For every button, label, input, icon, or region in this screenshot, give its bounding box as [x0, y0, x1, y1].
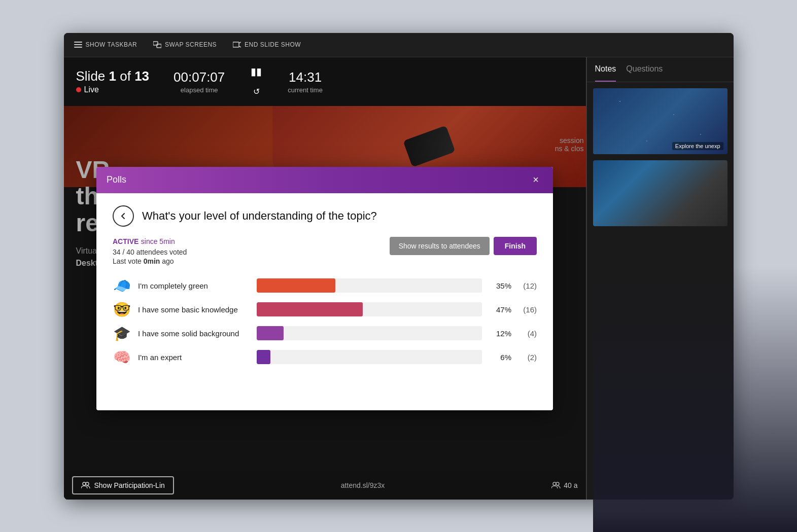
option-emoji-2: 🤓 — [113, 301, 131, 318]
svg-point-10 — [553, 482, 556, 485]
option-label-3: I have some solid background — [138, 329, 250, 338]
tab-questions[interactable]: Questions — [626, 57, 663, 82]
poll-options: 🧢 I'm completely green 35% (12) 🤓 I have… — [113, 277, 537, 366]
slide-thumbnail-2 — [593, 160, 727, 226]
back-button[interactable] — [113, 205, 134, 227]
option-emoji-3: 🎓 — [113, 325, 131, 342]
elapsed-label: elapsed time — [174, 86, 225, 94]
poll-option-1: 🧢 I'm completely green 35% (12) — [113, 277, 537, 294]
timer-controls: ▮▮ ↺ — [249, 64, 263, 99]
live-label: Live — [84, 85, 99, 94]
modal-body: What's your level of understanding of th… — [96, 193, 553, 410]
votes-text: 34 / 40 attendees voted — [113, 248, 187, 256]
svg-rect-5 — [233, 42, 239, 47]
taskbar-icon — [74, 41, 82, 49]
presenter-panel: Slide 1 of 13 Live 00:07:07 elapsed time… — [64, 57, 586, 500]
main-area: Slide 1 of 13 Live 00:07:07 elapsed time… — [64, 57, 734, 500]
last-vote-time: 0min — [144, 257, 160, 265]
attendee-count-text: 40 a — [564, 481, 577, 489]
current-time-value: 14:31 — [288, 69, 323, 85]
svg-point-8 — [83, 482, 86, 485]
back-arrow-icon — [119, 211, 128, 221]
app-window: SHOW TASKBAR SWAP SCREENS END SLIDE SHOW — [64, 33, 734, 500]
content-wrapper: VR — the n realit Virtual Reality on Des… — [64, 106, 586, 471]
poll-option-4: 🧠 I'm an expert 6% (2) — [113, 349, 537, 366]
swap-icon — [153, 41, 161, 49]
last-vote-suffix: ago — [160, 257, 174, 265]
poll-status-row: ACTIVE since 5min 34 / 40 attendees vote… — [113, 237, 537, 265]
option-pct-2: 47% — [489, 305, 511, 314]
reset-timer-button[interactable]: ↺ — [249, 85, 263, 99]
svg-point-9 — [86, 482, 89, 485]
option-label-1: I'm completely green — [138, 281, 250, 290]
option-pct-3: 12% — [489, 329, 511, 338]
url-display: attend.sl/9z3x — [341, 481, 385, 489]
option-count-4: (2) — [518, 353, 537, 362]
attendee-count: 40 a — [551, 481, 577, 489]
participation-button[interactable]: Show Participation-Lin — [72, 476, 174, 494]
option-bar-1 — [257, 278, 335, 293]
modal-close-button[interactable]: × — [529, 173, 543, 187]
question-text: What's your level of understanding of th… — [142, 209, 377, 223]
slide-number: 1 — [109, 68, 116, 84]
option-count-3: (4) — [518, 329, 537, 338]
option-pct-1: 35% — [489, 281, 511, 290]
show-taskbar-button[interactable]: SHOW TASKBAR — [74, 41, 137, 49]
option-emoji-1: 🧢 — [113, 277, 131, 294]
option-label-2: I have some basic knowledge — [138, 305, 250, 314]
slide-info: Slide 1 of 13 Live — [76, 68, 150, 94]
option-count-1: (12) — [518, 281, 537, 290]
pause-button[interactable]: ▮▮ — [249, 64, 263, 79]
current-time: 14:31 current time — [288, 69, 323, 94]
svg-point-11 — [556, 482, 559, 485]
modal-overlay: Polls × What's your — [64, 106, 586, 471]
option-emoji-4: 🧠 — [113, 349, 131, 366]
modal-header: Polls × — [96, 167, 553, 193]
slide-prefix: Slide — [76, 68, 109, 84]
option-bar-container-4 — [257, 350, 482, 364]
svg-rect-0 — [74, 42, 82, 43]
slide-header: Slide 1 of 13 Live 00:07:07 elapsed time… — [64, 57, 586, 106]
option-bar-container-3 — [257, 326, 482, 340]
slide-of: of — [116, 68, 134, 84]
live-dot — [76, 87, 81, 92]
active-badge: ACTIVE — [113, 237, 138, 245]
end-slide-show-label: END SLIDE SHOW — [245, 41, 301, 48]
last-vote-prefix: Last vote — [113, 257, 144, 265]
swap-screens-button[interactable]: SWAP SCREENS — [153, 41, 217, 49]
svg-rect-2 — [74, 47, 82, 48]
option-bar-container-2 — [257, 302, 482, 316]
swap-screens-label: SWAP SCREENS — [165, 41, 217, 48]
last-vote: Last vote 0min ago — [113, 257, 187, 265]
finish-button[interactable]: Finish — [494, 237, 537, 255]
option-label-4: I'm an expert — [138, 353, 250, 362]
live-badge: Live — [76, 85, 150, 94]
show-results-button[interactable]: Show results to attendees — [390, 237, 490, 255]
toolbar: SHOW TASKBAR SWAP SCREENS END SLIDE SHOW — [64, 33, 734, 57]
option-bar-3 — [257, 326, 284, 340]
poll-option-3: 🎓 I have some solid background 12% (4) — [113, 325, 537, 342]
notes-panel: Notes Questions Explore the unexp — [586, 57, 734, 500]
modal-title: Polls — [107, 174, 126, 185]
option-count-2: (16) — [518, 305, 537, 314]
notes-tabs: Notes Questions — [587, 57, 734, 82]
active-status: ACTIVE since 5min — [113, 237, 187, 246]
slide-thumbnail-1: Explore the unexp — [593, 88, 727, 154]
option-pct-4: 6% — [489, 353, 511, 362]
show-taskbar-label: SHOW TASKBAR — [86, 41, 137, 48]
slide-total: 13 — [134, 68, 149, 84]
participation-label: Show Participation-Lin — [94, 481, 165, 489]
current-time-label: current time — [288, 86, 323, 94]
active-since: since 5min — [141, 237, 175, 245]
people-icon — [81, 482, 90, 489]
elapsed-value: 00:07:07 — [174, 69, 225, 85]
polls-modal: Polls × What's your — [96, 167, 553, 410]
tab-notes[interactable]: Notes — [595, 57, 616, 82]
end-show-icon — [233, 41, 241, 49]
poll-option-2: 🤓 I have some basic knowledge 47% (16) — [113, 301, 537, 318]
end-slide-show-button[interactable]: END SLIDE SHOW — [233, 41, 301, 49]
question-row: What's your level of understanding of th… — [113, 205, 537, 227]
slide-number-display: Slide 1 of 13 — [76, 68, 150, 84]
option-bar-container-1 — [257, 278, 482, 293]
attendees-icon — [551, 482, 561, 489]
